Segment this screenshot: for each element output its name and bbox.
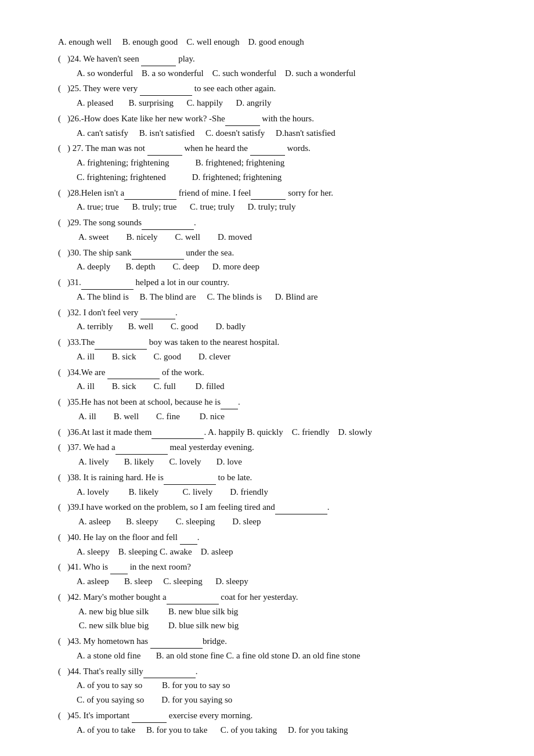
blank-36 xyxy=(151,438,204,439)
question-28: ( )28.Helen isn't a friend of mine. I fe… xyxy=(58,186,488,215)
q34-text: )34.We are of the work. xyxy=(67,365,488,380)
q29-text: )29. The song sounds. xyxy=(67,215,488,230)
question-27: ( ) 27. The man was not when he heard th… xyxy=(58,141,488,184)
q26-text: )26.-How does Kate like her new work? -S… xyxy=(67,111,488,126)
paren-41: ( xyxy=(58,560,67,574)
paren-33: ( xyxy=(58,335,67,350)
question-40: ( )40. He lay on the floor and fell . A.… xyxy=(58,530,488,559)
paren-26: ( xyxy=(58,111,67,126)
paren-45: ( xyxy=(58,708,67,723)
q37-text: )37. We had a meal yesterday evening. xyxy=(67,440,488,455)
paren-25: ( xyxy=(58,81,67,96)
top-options-text: A. enough well B. enough good C. well en… xyxy=(58,37,304,46)
q44-text: )44. That's really silly. xyxy=(67,664,488,679)
q31-options: A. The blind is B. The blind are C. The … xyxy=(58,290,488,304)
q25-text: )25. They were very to see each other ag… xyxy=(67,81,488,96)
paren-42: ( xyxy=(58,590,67,604)
paren-35: ( xyxy=(58,395,67,409)
blank-39 xyxy=(275,514,327,514)
q29-options: A. sweet B. nicely C. well D. moved xyxy=(58,230,488,244)
q41-options: A. asleep B. sleep C. sleeping D. sleepy xyxy=(58,574,488,589)
paren-44: ( xyxy=(58,664,67,679)
q24-text: )24. We haven't seen play. xyxy=(67,52,488,66)
q45-options: A. of you to take B. for you to take C. … xyxy=(58,723,488,737)
paren-43: ( xyxy=(58,634,67,649)
paren-31: ( xyxy=(58,275,67,290)
q27-options1: A. frightening; frightening B. frightene… xyxy=(58,156,488,170)
question-42: ( )42. Mary's mother bought a coat for h… xyxy=(58,590,488,633)
question-35: ( )35.He has not been at school, because… xyxy=(58,395,488,424)
q42-options2: C. new silk blue big D. blue silk new bi… xyxy=(58,618,488,633)
paren-29: ( xyxy=(58,215,67,230)
q27-text: ) 27. The man was not when he heard the … xyxy=(67,141,488,156)
question-32: ( )32. I don't feel very . A. terribly B… xyxy=(58,305,488,334)
q30-options: A. deeply B. depth C. deep D. more deep xyxy=(58,260,488,274)
q38-text: )38. It is raining hard. He is to be lat… xyxy=(67,470,488,485)
q33-text: )33.The boy was taken to the nearest hos… xyxy=(67,335,488,350)
question-44: ( )44. That's really silly. A. of you to… xyxy=(58,664,488,707)
question-36: ( )36.At last it made them. A. happily B… xyxy=(58,425,488,440)
paren-36: ( xyxy=(58,425,67,440)
question-41: ( )41. Who is in the next room? A. aslee… xyxy=(58,560,488,589)
question-43: ( )43. My hometown has bridge. A. a ston… xyxy=(58,634,488,663)
q27-options2: C. frightening; frightened D. frightened… xyxy=(58,170,488,185)
q40-options: A. sleepy B. sleeping C. awake D. asleep xyxy=(58,545,488,559)
q39-options: A. asleep B. sleepy C. sleeping D. sleep xyxy=(58,514,488,529)
exam-content: A. enough well B. enough good C. well en… xyxy=(58,35,488,737)
q42-options1: A. new big blue silk B. new blue silk bi… xyxy=(58,604,488,619)
paren-32: ( xyxy=(58,305,67,320)
question-31: ( )31. helped a lot in our country. A. T… xyxy=(58,275,488,304)
paren-38: ( xyxy=(58,470,67,485)
paren-34: ( xyxy=(58,365,67,380)
q33-options: A. ill B. sick C. good D. clever xyxy=(58,350,488,364)
top-options-row: A. enough well B. enough good C. well en… xyxy=(58,35,488,49)
q32-options: A. terribly B. well C. good D. badly xyxy=(58,319,488,334)
q35-text: )35.He has not been at school, because h… xyxy=(67,395,488,409)
paren-37: ( xyxy=(58,440,67,455)
question-26: ( )26.-How does Kate like her new work? … xyxy=(58,111,488,141)
q34-options: A. ill B. sick C. full D. filled xyxy=(58,379,488,394)
paren-30: ( xyxy=(58,246,67,260)
q39-text: )39.I have worked on the problem, so I a… xyxy=(67,500,488,514)
q31-text: )31. helped a lot in our country. xyxy=(67,275,488,290)
paren-27: ( xyxy=(58,141,67,156)
question-24: ( )24. We haven't seen play. A. so wonde… xyxy=(58,52,488,81)
q35-options: A. ill B. well C. fine D. nice xyxy=(58,409,488,424)
question-39: ( )39.I have worked on the problem, so I… xyxy=(58,500,488,529)
question-45: ( )45. It's important exercise every mor… xyxy=(58,708,488,737)
q43-options: A. a stone old fine B. an old stone fine… xyxy=(58,649,488,663)
q44-options2: C. of you saying so D. for you saying so xyxy=(58,693,488,707)
q28-text: )28.Helen isn't a friend of mine. I feel… xyxy=(67,186,488,200)
paren-40: ( xyxy=(58,530,67,545)
q42-text: )42. Mary's mother bought a coat for her… xyxy=(67,590,488,604)
q24-options: A. so wonderful B. a so wonderful C. suc… xyxy=(58,66,488,81)
paren-39: ( xyxy=(58,500,67,514)
q26-options: A. can't satisfy B. isn't satisfied C. d… xyxy=(58,126,488,141)
paren-24: ( xyxy=(58,52,67,66)
q38-options: A. lovely B. likely C. lively D. friendl… xyxy=(58,485,488,499)
q30-text: )30. The ship sank under the sea. xyxy=(67,246,488,260)
q40-text: )40. He lay on the floor and fell . xyxy=(67,530,488,545)
q28-options: A. true; true B. truly; true C. true; tr… xyxy=(58,200,488,214)
question-30: ( )30. The ship sank under the sea. A. d… xyxy=(58,246,488,275)
question-29: ( )29. The song sounds. A. sweet B. nice… xyxy=(58,215,488,244)
q41-text: )41. Who is in the next room? xyxy=(67,560,488,574)
q44-options1: A. of you to say so B. for you to say so xyxy=(58,678,488,693)
q36-text: )36.At last it made them. A. happily B. … xyxy=(67,425,488,440)
question-38: ( )38. It is raining hard. He is to be l… xyxy=(58,470,488,499)
q37-options: A. lively B. likely C. lovely D. love xyxy=(58,455,488,469)
question-37: ( )37. We had a meal yesterday evening. … xyxy=(58,440,488,469)
paren-28: ( xyxy=(58,186,67,200)
question-34: ( )34.We are of the work. A. ill B. sick… xyxy=(58,365,488,394)
question-25: ( )25. They were very to see each other … xyxy=(58,81,488,110)
q43-text: )43. My hometown has bridge. xyxy=(67,634,488,649)
q45-text: )45. It's important exercise every morni… xyxy=(67,708,488,723)
q25-options: A. pleased B. surprising C. happily D. a… xyxy=(58,96,488,110)
question-33: ( )33.The boy was taken to the nearest h… xyxy=(58,335,488,364)
q32-text: )32. I don't feel very . xyxy=(67,305,488,320)
